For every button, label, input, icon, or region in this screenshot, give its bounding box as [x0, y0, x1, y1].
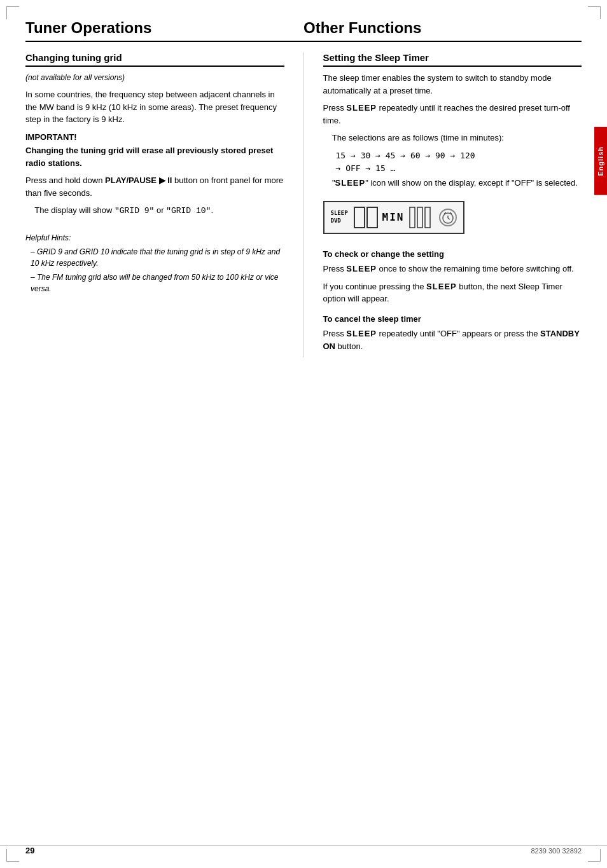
svg-rect-2	[410, 207, 415, 228]
main-header: Tuner Operations Other Functions	[25, 19, 582, 42]
alarm-clock-svg	[441, 210, 455, 224]
svg-rect-0	[354, 207, 365, 228]
play-pause-label: PLAY/PAUSE ▶ II	[105, 176, 172, 185]
sleep-instruction1: Press SLEEP repeatedly until it reaches …	[323, 102, 582, 127]
clock-icon	[439, 209, 457, 226]
right-column: Setting the Sleep Timer The sleep timer …	[304, 52, 582, 357]
sleep-sequence-line1: 15 → 30 → 45 → 60 → 90 → 120 → OFF → 15 …	[336, 149, 582, 176]
corner-tr	[588, 6, 601, 19]
segment-display-right	[408, 206, 434, 229]
instruction1: Press and hold down PLAY/PAUSE ▶ II butt…	[25, 174, 284, 199]
selections-intro: The selections are as follows (time in m…	[323, 132, 582, 144]
left-title-area: Tuner Operations	[25, 19, 304, 37]
other-functions-title: Other Functions	[304, 19, 421, 36]
tuning-grid-body1: In some countries, the frequency step be…	[25, 88, 284, 126]
product-code: 8239 300 32892	[531, 847, 582, 855]
two-col-layout: Changing tuning grid (not available for …	[25, 52, 582, 357]
sleep-icon-note: "SLEEP" icon will show on the display, e…	[323, 177, 582, 189]
sleep-dvd-label: SLEEP DVD	[331, 210, 348, 224]
tuner-operations-title: Tuner Operations	[25, 19, 151, 36]
not-available-note: (not available for all versions)	[25, 72, 284, 83]
language-tab: English	[594, 127, 607, 195]
check-body1: Press SLEEP once to show the remaining t…	[323, 263, 582, 275]
check-body2: If you continue pressing the SLEEP butto…	[323, 280, 582, 305]
helpful-hints-label: Helpful Hints:	[25, 232, 284, 244]
sleep-icon-bold: SLEEP	[335, 178, 366, 188]
svg-rect-4	[425, 207, 430, 228]
svg-line-7	[448, 218, 450, 219]
changing-tuning-grid-title: Changing tuning grid	[25, 52, 284, 67]
svg-rect-3	[417, 207, 422, 228]
sleep-instr-prefix: Press	[323, 103, 347, 113]
page-container: English Tuner Operations Other Functions…	[0, 0, 607, 868]
sleep-display-label: SLEEP	[331, 210, 348, 217]
left-column: Changing tuning grid (not available for …	[25, 52, 304, 357]
sleep-cancel-label: SLEEP	[346, 329, 377, 338]
min-label: MIN	[382, 211, 405, 223]
svg-rect-1	[367, 207, 377, 228]
right-title-area: Other Functions	[304, 19, 582, 37]
sleep-check-label2: SLEEP	[426, 282, 457, 291]
sleep-timer-title: Setting the Sleep Timer	[323, 52, 582, 67]
sleep-label: SLEEP	[346, 103, 377, 113]
corner-tl	[6, 6, 19, 19]
segment-display-left	[353, 206, 379, 229]
hint1: – GRID 9 and GRID 10 indicate that the t…	[25, 246, 284, 269]
display-show-text: The display will show "GRID 9" or "GRID …	[25, 204, 284, 217]
cancel-body: Press SLEEP repeatedly until "OFF" appea…	[323, 327, 582, 352]
page-number: 29	[25, 846, 34, 855]
cancel-subtitle: To cancel the sleep timer	[323, 313, 582, 326]
important-body: Changing the tuning grid will erase all …	[25, 144, 284, 169]
instruction1-prefix: Press and hold down	[25, 176, 105, 185]
hint2: – The FM tuning grid also will be change…	[25, 272, 284, 294]
important-label: IMPORTANT!	[25, 131, 284, 144]
display-segments: MIN	[353, 206, 434, 229]
sleep-check-label: SLEEP	[346, 264, 377, 273]
page-footer: 29 8239 300 32892	[0, 845, 607, 855]
display-mockup: SLEEP DVD MIN	[323, 201, 464, 234]
dvd-display-label: DVD	[331, 217, 348, 225]
check-subtitle: To check or change the setting	[323, 248, 582, 261]
sleep-timer-body1: The sleep timer enables the system to sw…	[323, 72, 582, 97]
